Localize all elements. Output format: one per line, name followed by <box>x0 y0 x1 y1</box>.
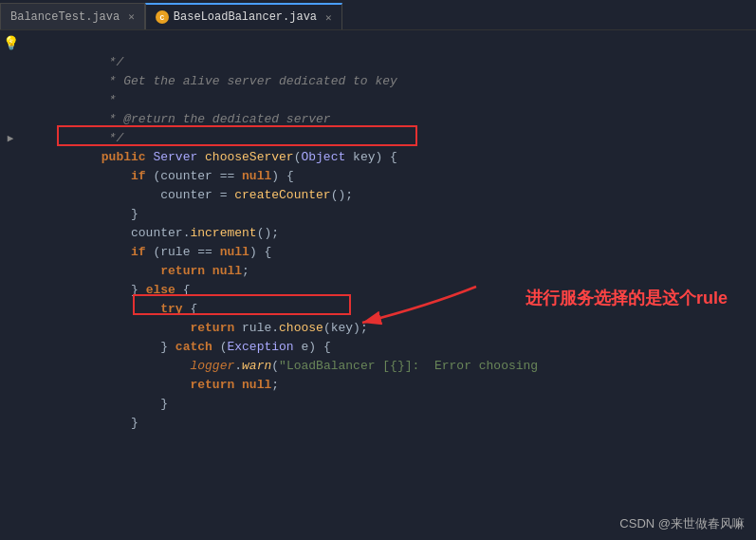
code-line: */ <box>49 34 756 53</box>
code-line: * @return the dedicated server <box>49 91 756 110</box>
code-line: return null; <box>49 243 756 262</box>
java-icon: C <box>156 10 169 24</box>
code-line: * <box>49 72 756 91</box>
annotation-text: 进行服务选择的是这个rule <box>526 287 728 309</box>
code-line: } <box>49 376 756 395</box>
code-line: } else { <box>49 262 756 281</box>
code-line: */ <box>49 110 756 129</box>
lightbulb-icon: 💡 <box>3 34 19 53</box>
code-line: } <box>49 395 756 414</box>
tab-bar: BalanceTest.java ✕ C BaseLoadBalancer.ja… <box>0 0 756 30</box>
code-line: counter.increment(); <box>49 205 756 224</box>
tab-baseloadbalancer[interactable]: C BaseLoadBalancer.java ✕ <box>145 3 342 29</box>
code-line: if (rule == null) { <box>49 224 756 243</box>
code-line: if (counter == null) { <box>49 148 756 167</box>
tab-label: BaseLoadBalancer.java <box>174 10 317 24</box>
tab-label: BalanceTest.java <box>10 10 120 24</box>
close-icon[interactable]: ✕ <box>128 10 135 23</box>
fold-icon: ▶ <box>8 129 14 148</box>
code-line: counter = createCounter(); <box>49 167 756 186</box>
editor: 💡 ▶ ​ ​ ​ ​ ​ ​ ​ ​ ​ ​ ​ ​ ​ ​ ​ ​ ​ ​ … <box>0 30 756 540</box>
code-line: } <box>49 186 756 205</box>
code-content: */ * Get the alive server dedicated to k… <box>49 30 756 540</box>
code-line: return null; <box>49 357 756 376</box>
watermark: CSDN @来世做春风嘛 <box>619 515 745 532</box>
code-line: logger.warn("LoadBalancer [{}]: Error ch… <box>49 338 756 357</box>
tab-balancetest[interactable]: BalanceTest.java ✕ <box>0 3 145 29</box>
close-icon[interactable]: ✕ <box>325 11 332 24</box>
line-numbers: ​ ​ ​ ​ ​ ​ ​ ​ ​ ​ ​ ​ ​ ​ ​ ​ ​ ​ ​ ​ <box>21 30 49 540</box>
gutter: 💡 ▶ <box>0 30 21 540</box>
code-line: } catch (Exception e) { <box>49 319 756 338</box>
code-line: * Get the alive server dedicated to key <box>49 53 756 72</box>
code-line-public: public Server chooseServer(Object key) { <box>49 129 756 148</box>
